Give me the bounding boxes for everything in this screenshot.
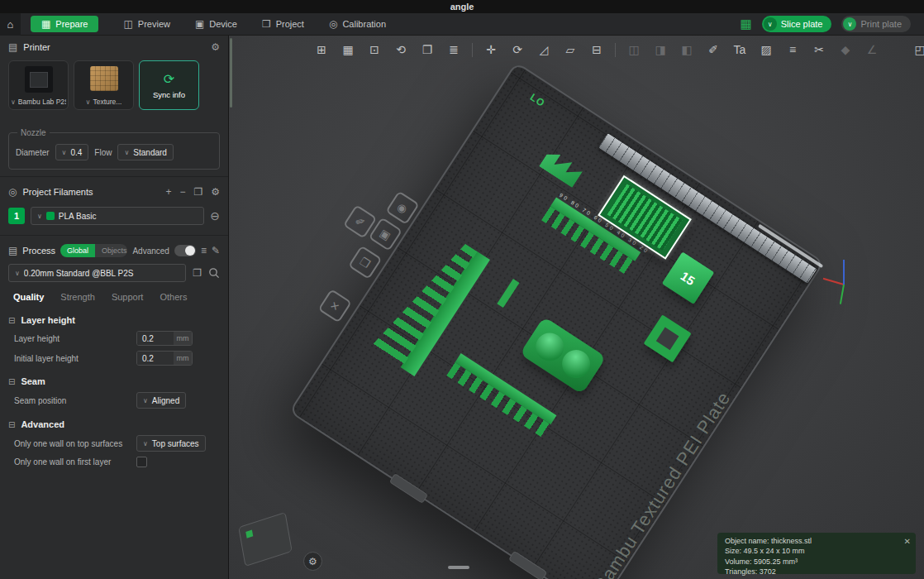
preset-row: ∨ 0.20mm Standard @BBL P2S ❐ [0, 262, 228, 285]
tab-preview[interactable]: ◫ Preview [123, 18, 169, 30]
assembly-view-icon[interactable]: ◰ [910, 40, 924, 60]
seam-position-select[interactable]: ∨ Aligned [136, 392, 186, 409]
home-button[interactable]: ⌂ [0, 13, 21, 36]
tab-support[interactable]: Support [112, 292, 144, 302]
param-edit-icon[interactable]: ✎ [212, 245, 220, 256]
add-filament-icon[interactable]: + [165, 186, 171, 198]
info-volume: Volume: 5905.25 mm³ [725, 557, 908, 567]
support-paint-icon[interactable]: ✐ [703, 40, 723, 60]
auto-orient-icon[interactable]: ⟲ [391, 40, 411, 60]
divider [0, 176, 228, 177]
collapse-icon: ⊟ [8, 377, 15, 386]
print-plate-button[interactable]: ∨ Print plate [841, 16, 911, 32]
param-row: Seam position ∨ Aligned [0, 390, 228, 411]
plate-duplicate-icon[interactable]: ❐ [348, 245, 382, 279]
flow-label: Flow [94, 148, 112, 157]
tab-calibration[interactable]: ◎ Calibration [329, 18, 386, 30]
info-close-icon[interactable]: ✕ [904, 536, 911, 548]
project-icon: ❒ [262, 18, 271, 30]
variable-layer-height-icon[interactable]: ≡ [783, 40, 803, 60]
slice-plate-button[interactable]: ∨ Slice plate [762, 16, 832, 32]
initial-layer-value[interactable]: 0.2 [137, 352, 174, 365]
sync-info-button[interactable]: ⟳ Sync info [139, 60, 199, 110]
tab-quality[interactable]: Quality [13, 292, 44, 302]
seam-section[interactable]: ⊟ Seam [0, 368, 228, 390]
viewport-slider-handle[interactable] [448, 566, 469, 569]
mesh-repair-icon: ◧ [677, 40, 697, 60]
window-title: angle [450, 2, 474, 12]
advanced-toggle[interactable] [174, 245, 196, 256]
printer-card[interactable]: ∨ Bambu Lab P2S [8, 60, 69, 110]
layer-height-unit: mm [174, 332, 192, 345]
slicing-table-icon[interactable]: ▦ [741, 17, 752, 31]
wall-first-checkbox[interactable] [136, 457, 147, 467]
model-hollow-cube[interactable] [644, 314, 692, 362]
process-preset-select[interactable]: ∨ 0.20mm Standard @BBL P2S [8, 264, 186, 282]
cut-tool-icon[interactable]: ✂ [809, 40, 829, 60]
remove-slot-icon[interactable]: ⊖ [210, 209, 220, 223]
scale-icon[interactable]: ◿ [534, 40, 554, 60]
search-preset-icon[interactable] [208, 267, 220, 279]
filament-slot-1[interactable]: 1 [8, 208, 25, 224]
param-list-icon[interactable]: ≡ [201, 245, 207, 256]
tab-project[interactable]: ❒ Project [262, 18, 304, 30]
tab-strength[interactable]: Strength [60, 292, 95, 302]
slice-options-caret-icon[interactable]: ∨ [764, 17, 777, 31]
layer-height-input[interactable]: 0.2 mm [136, 331, 193, 346]
viewport-settings-button[interactable]: ⚙ [303, 552, 322, 571]
model-small-test[interactable] [539, 148, 583, 188]
process-tabs: Quality Strength Support Others [0, 285, 228, 307]
tab-calibration-label: Calibration [342, 19, 386, 29]
param-row: Only one wall on first layer [0, 454, 228, 470]
plate-thumbnail[interactable] [238, 512, 292, 567]
tab-prepare[interactable]: ▦ Prepare [31, 16, 98, 32]
wall-top-select[interactable]: ∨ Top surfaces [136, 435, 206, 452]
nozzle-diameter-select[interactable]: ∨ 0.4 [55, 144, 89, 160]
plate-lock-icon[interactable]: ◉ [385, 190, 419, 224]
scope-objects[interactable]: Objects [95, 244, 127, 257]
wall-top-value: Top surfaces [152, 439, 199, 448]
scope-toggle[interactable]: Global Objects [60, 244, 127, 257]
printer-settings-gear-icon[interactable]: ⚙ [211, 41, 220, 53]
advanced-section[interactable]: ⊟ Advanced [0, 411, 228, 433]
model-sphere-box[interactable] [520, 317, 607, 395]
remove-filament-icon[interactable]: − [179, 186, 185, 198]
lay-on-face-icon[interactable]: ⊟ [587, 40, 607, 60]
seam-paint-icon: ◆ [836, 40, 855, 60]
model-thin-wall[interactable] [497, 279, 519, 308]
build-plate[interactable]: LO 90 80 70 60 50 40 30 20 15 [288, 62, 824, 579]
layer-height-section[interactable]: ⊟ Layer height [0, 307, 228, 328]
edit-filaments-icon[interactable]: ❐ [193, 186, 202, 198]
param-row: Initial layer height 0.2 mm [0, 348, 228, 368]
info-object-name: Object name: thickness.stl [725, 536, 908, 546]
filaments-title: Project Filaments [22, 187, 93, 197]
add-object-icon[interactable]: ⊞ [312, 40, 331, 60]
save-preset-icon[interactable]: ❐ [193, 267, 202, 279]
tab-others[interactable]: Others [160, 292, 187, 302]
tab-device[interactable]: ▣ Device [195, 18, 237, 30]
viewport-scrollbar[interactable] [230, 38, 232, 108]
auto-arrange-icon[interactable]: ⊡ [364, 40, 384, 60]
viewport-3d[interactable]: ⊞▦⊡⟲❐≣✛⟳◿▱⊟◫◨◧✐Ta▨≡✂◆∠◰ LO 90 80 70 60 5… [229, 36, 924, 579]
move-icon[interactable]: ✛ [481, 40, 501, 60]
rotate-icon[interactable]: ⟳ [507, 40, 527, 60]
flow-select[interactable]: ∨ Standard [117, 144, 173, 160]
plate-type-card[interactable]: ∨ Texture... [74, 60, 134, 110]
filament-settings-gear-icon[interactable]: ⚙ [211, 186, 220, 198]
add-plate-icon[interactable]: ▦ [338, 40, 358, 60]
app-window: angle ⌂ ▦ Prepare ◫ Preview ▣ Device ❒ P… [0, 0, 924, 579]
initial-layer-input[interactable]: 0.2 mm [136, 351, 193, 366]
split-parts-icon[interactable]: ≣ [444, 40, 464, 60]
filament-select[interactable]: ∨ PLA Basic [31, 207, 204, 225]
print-options-caret-icon[interactable]: ∨ [843, 17, 856, 31]
plate-delete-icon[interactable]: ✕ [317, 289, 351, 323]
scope-global[interactable]: Global [60, 244, 95, 257]
info-size: Size: 49.5 x 24 x 10 mm [725, 546, 908, 556]
color-paint-icon[interactable]: ▨ [756, 40, 776, 60]
text-tool-icon[interactable]: Ta [730, 40, 750, 60]
model-staircase-test[interactable] [370, 231, 490, 376]
model-cube-15[interactable]: 15 [662, 251, 715, 304]
layer-height-value[interactable]: 0.2 [137, 332, 174, 345]
split-objects-icon[interactable]: ❐ [417, 40, 437, 60]
flatten-icon[interactable]: ▱ [560, 40, 580, 60]
